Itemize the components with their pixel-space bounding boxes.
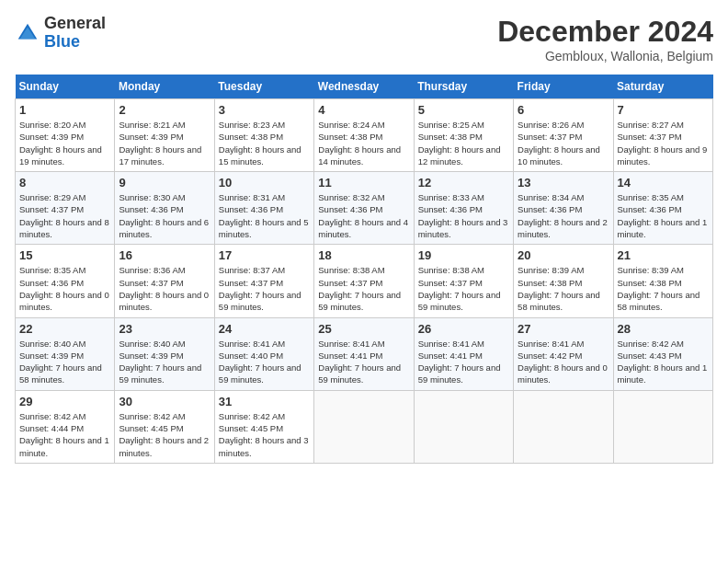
day-number: 18 — [318, 248, 409, 262]
calendar-cell: 16Sunrise: 8:36 AMSunset: 4:37 PMDayligh… — [115, 245, 214, 317]
day-header: Friday — [514, 75, 613, 99]
calendar-cell: 29Sunrise: 8:42 AMSunset: 4:44 PMDayligh… — [16, 390, 115, 463]
calendar-cell: 8Sunrise: 8:29 AMSunset: 4:37 PMDaylight… — [16, 172, 115, 245]
calendar-cell: 24Sunrise: 8:41 AMSunset: 4:40 PMDayligh… — [214, 317, 313, 390]
day-number: 6 — [518, 103, 609, 117]
day-number: 25 — [318, 322, 409, 336]
day-info: Sunrise: 8:26 AMSunset: 4:37 PMDaylight:… — [518, 119, 609, 167]
calendar-cell: 1Sunrise: 8:20 AMSunset: 4:39 PMDaylight… — [16, 99, 115, 172]
day-number: 11 — [318, 176, 409, 190]
calendar-week-row: 1Sunrise: 8:20 AMSunset: 4:39 PMDaylight… — [16, 99, 713, 172]
calendar-cell: 19Sunrise: 8:38 AMSunset: 4:37 PMDayligh… — [414, 245, 513, 317]
day-number: 15 — [19, 248, 110, 262]
day-number: 7 — [618, 103, 709, 117]
calendar-cell: 26Sunrise: 8:41 AMSunset: 4:41 PMDayligh… — [414, 317, 513, 390]
calendar-cell — [613, 390, 712, 463]
calendar-cell: 20Sunrise: 8:39 AMSunset: 4:38 PMDayligh… — [514, 245, 613, 317]
title-block: December 2024 Gembloux, Wallonia, Belgiu… — [497, 15, 713, 63]
day-number: 10 — [219, 176, 310, 190]
day-info: Sunrise: 8:41 AMSunset: 4:41 PMDaylight:… — [418, 338, 509, 386]
day-number: 19 — [418, 248, 509, 262]
calendar-cell: 30Sunrise: 8:42 AMSunset: 4:45 PMDayligh… — [115, 390, 214, 463]
day-info: Sunrise: 8:25 AMSunset: 4:38 PMDaylight:… — [418, 119, 509, 167]
calendar-cell: 27Sunrise: 8:41 AMSunset: 4:42 PMDayligh… — [514, 317, 613, 390]
day-header: Saturday — [613, 75, 712, 99]
day-number: 26 — [418, 322, 509, 336]
page-header: General Blue December 2024 Gembloux, Wal… — [15, 15, 713, 63]
calendar-cell: 25Sunrise: 8:41 AMSunset: 4:41 PMDayligh… — [314, 317, 414, 390]
day-info: Sunrise: 8:29 AMSunset: 4:37 PMDaylight:… — [19, 191, 110, 240]
day-info: Sunrise: 8:39 AMSunset: 4:38 PMDaylight:… — [618, 264, 709, 313]
calendar-cell: 28Sunrise: 8:42 AMSunset: 4:43 PMDayligh… — [613, 317, 712, 390]
day-info: Sunrise: 8:34 AMSunset: 4:36 PMDaylight:… — [518, 191, 609, 240]
day-number: 3 — [219, 103, 310, 117]
day-info: Sunrise: 8:42 AMSunset: 4:45 PMDaylight:… — [119, 410, 210, 459]
day-header: Sunday — [16, 75, 115, 99]
day-number: 5 — [418, 103, 509, 117]
calendar-cell: 21Sunrise: 8:39 AMSunset: 4:38 PMDayligh… — [613, 245, 712, 317]
calendar-week-row: 29Sunrise: 8:42 AMSunset: 4:44 PMDayligh… — [16, 390, 713, 463]
calendar-cell: 9Sunrise: 8:30 AMSunset: 4:36 PMDaylight… — [115, 172, 214, 245]
day-number: 4 — [318, 103, 409, 117]
day-info: Sunrise: 8:41 AMSunset: 4:41 PMDaylight:… — [318, 338, 409, 386]
day-info: Sunrise: 8:39 AMSunset: 4:38 PMDaylight:… — [518, 264, 609, 313]
calendar-cell: 11Sunrise: 8:32 AMSunset: 4:36 PMDayligh… — [314, 172, 414, 245]
day-info: Sunrise: 8:20 AMSunset: 4:39 PMDaylight:… — [19, 119, 110, 167]
calendar-cell — [514, 390, 613, 463]
location: Gembloux, Wallonia, Belgium — [497, 49, 713, 63]
day-number: 16 — [119, 248, 210, 262]
day-number: 28 — [618, 322, 709, 336]
calendar-cell: 5Sunrise: 8:25 AMSunset: 4:38 PMDaylight… — [414, 99, 513, 172]
day-header: Tuesday — [214, 75, 313, 99]
calendar-cell — [414, 390, 513, 463]
calendar-cell — [314, 390, 414, 463]
calendar-week-row: 8Sunrise: 8:29 AMSunset: 4:37 PMDaylight… — [16, 172, 713, 245]
day-info: Sunrise: 8:41 AMSunset: 4:40 PMDaylight:… — [219, 338, 310, 386]
day-number: 8 — [19, 176, 110, 190]
calendar-cell: 17Sunrise: 8:37 AMSunset: 4:37 PMDayligh… — [214, 245, 313, 317]
header-row: SundayMondayTuesdayWednesdayThursdayFrid… — [16, 75, 713, 99]
day-number: 14 — [618, 176, 709, 190]
calendar-cell: 15Sunrise: 8:35 AMSunset: 4:36 PMDayligh… — [16, 245, 115, 317]
day-info: Sunrise: 8:38 AMSunset: 4:37 PMDaylight:… — [418, 264, 509, 313]
day-info: Sunrise: 8:40 AMSunset: 4:39 PMDaylight:… — [19, 338, 110, 386]
day-info: Sunrise: 8:42 AMSunset: 4:44 PMDaylight:… — [19, 410, 110, 459]
day-number: 29 — [19, 395, 110, 408]
logo-icon — [15, 20, 40, 46]
day-number: 1 — [19, 103, 110, 117]
day-info: Sunrise: 8:32 AMSunset: 4:36 PMDaylight:… — [318, 191, 409, 240]
day-info: Sunrise: 8:30 AMSunset: 4:36 PMDaylight:… — [119, 191, 210, 240]
day-header: Monday — [115, 75, 214, 99]
day-info: Sunrise: 8:27 AMSunset: 4:37 PMDaylight:… — [618, 119, 709, 167]
day-number: 9 — [119, 176, 210, 190]
calendar-week-row: 22Sunrise: 8:40 AMSunset: 4:39 PMDayligh… — [16, 317, 713, 390]
calendar-cell: 10Sunrise: 8:31 AMSunset: 4:36 PMDayligh… — [214, 172, 313, 245]
day-number: 17 — [219, 248, 310, 262]
logo-text: General Blue — [44, 15, 106, 52]
day-number: 30 — [119, 395, 210, 408]
day-info: Sunrise: 8:38 AMSunset: 4:37 PMDaylight:… — [318, 264, 409, 313]
day-number: 31 — [219, 395, 310, 408]
day-info: Sunrise: 8:35 AMSunset: 4:36 PMDaylight:… — [19, 264, 110, 313]
day-info: Sunrise: 8:36 AMSunset: 4:37 PMDaylight:… — [119, 264, 210, 313]
day-number: 20 — [518, 248, 609, 262]
calendar-cell: 13Sunrise: 8:34 AMSunset: 4:36 PMDayligh… — [514, 172, 613, 245]
day-info: Sunrise: 8:37 AMSunset: 4:37 PMDaylight:… — [219, 264, 310, 313]
calendar-cell: 31Sunrise: 8:42 AMSunset: 4:45 PMDayligh… — [214, 390, 313, 463]
calendar-cell: 22Sunrise: 8:40 AMSunset: 4:39 PMDayligh… — [16, 317, 115, 390]
day-info: Sunrise: 8:35 AMSunset: 4:36 PMDaylight:… — [618, 191, 709, 240]
calendar-cell: 6Sunrise: 8:26 AMSunset: 4:37 PMDaylight… — [514, 99, 613, 172]
calendar-cell: 23Sunrise: 8:40 AMSunset: 4:39 PMDayligh… — [115, 317, 214, 390]
day-number: 21 — [618, 248, 709, 262]
day-header: Wednesday — [314, 75, 414, 99]
day-number: 27 — [518, 322, 609, 336]
calendar-cell: 18Sunrise: 8:38 AMSunset: 4:37 PMDayligh… — [314, 245, 414, 317]
day-number: 23 — [119, 322, 210, 336]
logo: General Blue — [15, 15, 106, 52]
calendar-cell: 3Sunrise: 8:23 AMSunset: 4:38 PMDaylight… — [214, 99, 313, 172]
day-info: Sunrise: 8:23 AMSunset: 4:38 PMDaylight:… — [219, 119, 310, 167]
day-info: Sunrise: 8:31 AMSunset: 4:36 PMDaylight:… — [219, 191, 310, 240]
day-number: 12 — [418, 176, 509, 190]
day-number: 2 — [119, 103, 210, 117]
day-info: Sunrise: 8:24 AMSunset: 4:38 PMDaylight:… — [318, 119, 409, 167]
